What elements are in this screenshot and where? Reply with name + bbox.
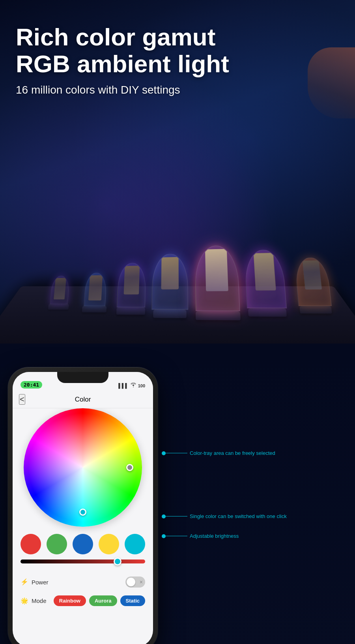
annotation-line-3	[166, 536, 187, 536]
lamp-4	[151, 253, 189, 318]
power-row: ⚡ Power	[21, 573, 145, 591]
mode-static-button[interactable]: Static	[120, 595, 145, 606]
lamp-5	[195, 245, 241, 320]
power-toggle-thumb	[127, 578, 135, 586]
lamp-base-6	[248, 308, 286, 317]
back-button[interactable]: <	[19, 394, 25, 405]
hero-text: Rich color gamut RGB ambient light 16 mi…	[16, 24, 229, 96]
lamp-dome-1	[50, 276, 70, 304]
color-wheel-handle-bottom[interactable]	[79, 509, 86, 516]
annotation-dot-2	[162, 514, 166, 518]
color-swatches	[21, 534, 145, 554]
phone-notch	[57, 372, 108, 383]
hero-section: Rich color gamut RGB ambient light 16 mi…	[0, 0, 355, 344]
mode-row: 🌟 Mode Rainbow Aurora Static	[21, 592, 145, 609]
color-wheel[interactable]	[24, 408, 142, 527]
color-wheel-container	[21, 408, 145, 527]
annotation-dot-3	[162, 534, 166, 538]
swatch-cyan[interactable]	[125, 534, 145, 554]
lamp-dome-4	[151, 253, 188, 310]
signal-icon: ▌▌▌	[118, 383, 129, 389]
phone-mockup-wrapper: 20:41 ▌▌▌ 100	[8, 367, 174, 644]
lamp-base-4	[153, 310, 186, 318]
annotation-color-tray: Color-tray area can be freely selected	[162, 450, 275, 456]
page-wrapper: Rich color gamut RGB ambient light 16 mi…	[0, 0, 355, 644]
phone-screen: 20:41 ▌▌▌ 100	[13, 372, 153, 644]
lamp-1	[48, 276, 71, 310]
lamp-photo-7	[302, 260, 321, 289]
annotations: Color-tray area can be freely selected S…	[174, 359, 347, 644]
annotation-label-brightness: Adjustable brightness	[190, 533, 239, 539]
lamp-base-1	[48, 304, 69, 310]
power-toggle[interactable]	[125, 576, 145, 588]
swatch-green[interactable]	[47, 534, 67, 554]
lamp-photo-6	[253, 253, 276, 290]
power-label: Power	[32, 579, 49, 586]
annotation-dot-1	[162, 451, 166, 455]
lamp-6	[244, 249, 288, 317]
lamp-dome-5	[195, 245, 240, 311]
lamp-dome-2	[84, 272, 107, 306]
annotation-single-color: Single color can be switched with one cl…	[162, 513, 287, 519]
mode-rainbow-button[interactable]: Rainbow	[54, 595, 86, 606]
lamp-photo-4	[161, 257, 179, 289]
mode-buttons: Rainbow Aurora Static	[54, 595, 145, 606]
power-bolt-icon: ⚡	[21, 578, 28, 586]
lamp-photo-3	[124, 266, 140, 295]
lamp-photo-1	[54, 278, 66, 299]
lamp-base-5	[196, 311, 241, 320]
lamp-base-3	[116, 308, 145, 315]
slider-track	[21, 560, 145, 563]
lamp-base-2	[82, 306, 107, 312]
color-wheel-handle[interactable]	[126, 464, 133, 471]
lamp-3	[116, 263, 146, 315]
lamp-photo-5	[205, 249, 228, 291]
lamp-2	[82, 272, 108, 312]
swatch-yellow[interactable]	[99, 534, 119, 554]
app-header: < Color	[13, 391, 153, 408]
swatch-red[interactable]	[21, 534, 41, 554]
phone-outer: 20:41 ▌▌▌ 100	[8, 367, 158, 644]
annotation-brightness: Adjustable brightness	[162, 533, 239, 539]
lamps-container	[14, 242, 355, 321]
lamp-dome-3	[117, 263, 146, 308]
lamp-dome-6	[244, 249, 287, 308]
annotation-line-2	[166, 516, 187, 516]
annotation-line-1	[166, 453, 187, 453]
lamp-base-7	[299, 306, 332, 314]
status-time: 20:41	[21, 381, 42, 389]
mode-icon: 🌟	[21, 597, 28, 605]
lamp-7	[294, 257, 333, 314]
battery-text: 100	[138, 383, 145, 388]
swatch-blue[interactable]	[73, 534, 93, 554]
hero-subtitle: 16 million colors with DIY settings	[16, 84, 229, 96]
annotation-label-single-color: Single color can be switched with one cl…	[190, 513, 287, 519]
brightness-slider[interactable]	[21, 560, 145, 563]
mode-aurora-button[interactable]: Aurora	[89, 595, 117, 606]
phone-section: 20:41 ▌▌▌ 100	[0, 344, 355, 644]
slider-thumb[interactable]	[114, 558, 121, 565]
hero-title: Rich color gamut RGB ambient light	[16, 24, 229, 77]
annotation-label-color-tray: Color-tray area can be freely selected	[190, 450, 275, 456]
lamp-photo-2	[88, 275, 103, 300]
mode-label: Mode	[32, 597, 47, 604]
lamp-row	[0, 154, 355, 344]
app-title: Color	[75, 396, 91, 404]
status-icons: ▌▌▌ 100	[118, 383, 145, 389]
lamp-dome-7	[294, 257, 332, 306]
wifi-icon	[130, 383, 136, 389]
